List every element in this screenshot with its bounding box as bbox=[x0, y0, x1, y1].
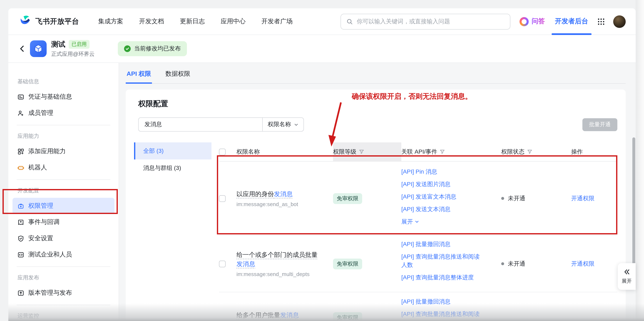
vertical-scrollbar[interactable] bbox=[632, 138, 635, 270]
filter-funnel-icon[interactable] bbox=[359, 149, 364, 154]
nav-link-docs[interactable]: 开发文档 bbox=[139, 18, 164, 26]
divider bbox=[17, 125, 110, 125]
id-card-icon bbox=[18, 94, 24, 100]
category-all[interactable]: 全部 (3) bbox=[134, 142, 212, 160]
sidebar-item-version-release[interactable]: 版本管理与发布 bbox=[8, 285, 119, 301]
row-checkbox[interactable] bbox=[219, 195, 226, 202]
qa-ring-icon bbox=[520, 17, 529, 26]
sidebar-item-credentials[interactable]: 凭证与基础信息 bbox=[8, 89, 119, 105]
col-permission-level: 权限等级 bbox=[333, 148, 356, 156]
robot-icon bbox=[18, 164, 24, 171]
cube-app-icon bbox=[30, 40, 46, 57]
nav-link-dev-plaza[interactable]: 开发者广场 bbox=[262, 18, 293, 26]
status-dot-icon bbox=[501, 197, 504, 200]
filter-funnel-icon[interactable] bbox=[440, 149, 445, 154]
api-link[interactable]: [API] 发送富文本消息 bbox=[401, 192, 484, 201]
toolbar: 发消息 权限名称 批量开通 bbox=[138, 118, 617, 132]
api-link[interactable]: [API] 查询批量消息推送和阅读人数 bbox=[401, 252, 484, 269]
sidebar-item-test-org[interactable]: 测试企业和人员 bbox=[8, 246, 119, 263]
api-link[interactable]: [API] 查询批量消息整体进度 bbox=[401, 273, 484, 282]
user-add-icon bbox=[18, 110, 24, 116]
double-chevron-left-icon bbox=[624, 268, 630, 275]
app-header: 测试 已启用 正式应用@环界云 当前修改均已发布 bbox=[8, 35, 636, 63]
tab-data-permission[interactable]: 数据权限 bbox=[164, 70, 191, 84]
user-avatar[interactable] bbox=[613, 15, 626, 28]
sidebar-section-basic: 基础信息 bbox=[8, 74, 119, 89]
card-title: 权限配置 bbox=[138, 99, 617, 109]
shield-check-icon bbox=[18, 235, 24, 242]
level-badge: 免审权限 bbox=[333, 312, 362, 321]
level-badge: 免审权限 bbox=[333, 258, 362, 269]
card-plus-icon bbox=[18, 219, 24, 226]
expand-panel-button[interactable]: 展开 bbox=[618, 263, 636, 290]
search-placeholder: 你可以输入关键词，或直接输入问题 bbox=[357, 18, 450, 25]
sidebar-item-events[interactable]: 事件与回调 bbox=[8, 214, 119, 230]
col-action: 操作 bbox=[571, 148, 583, 156]
nav-link-changelog[interactable]: 更新日志 bbox=[180, 18, 205, 26]
row-checkbox[interactable] bbox=[219, 260, 226, 267]
sidebar-item-permissions[interactable]: 权限管理 bbox=[12, 198, 114, 214]
apps-grid-icon[interactable] bbox=[598, 18, 605, 25]
permission-name[interactable]: 以应用的身份发消息 bbox=[236, 190, 298, 198]
publish-status-text: 当前修改均已发布 bbox=[134, 45, 181, 52]
sidebar-item-members[interactable]: 成员管理 bbox=[8, 105, 119, 121]
main-nav: 集成方案 开发文档 更新日志 应用中心 开发者广场 bbox=[98, 18, 293, 26]
enable-permission-link[interactable]: 开通权限 bbox=[571, 260, 594, 268]
expand-panel-label: 展开 bbox=[622, 278, 632, 284]
briefcase-lock-icon bbox=[18, 202, 24, 209]
api-link[interactable]: [API] 发送文本消息 bbox=[401, 205, 484, 213]
code-icon bbox=[18, 251, 24, 258]
permission-table: 权限名称 权限等级 关联 API/事件 bbox=[219, 142, 617, 321]
sidebar-item-add-capability[interactable]: 添加应用能力 bbox=[8, 143, 119, 160]
select-all-checkbox[interactable] bbox=[219, 148, 226, 155]
enabled-status-badge: 已启用 bbox=[69, 40, 90, 49]
api-link[interactable]: [API] Pin 消息 bbox=[401, 167, 484, 176]
window-right-margin bbox=[636, 0, 644, 321]
level-badge: 免审权限 bbox=[333, 193, 362, 204]
qa-link[interactable]: 问答 bbox=[520, 17, 545, 26]
permission-name[interactable]: 给多个用户批量发消息 bbox=[236, 310, 299, 320]
sidebar-item-security[interactable]: 安全设置 bbox=[8, 230, 119, 246]
sidebar-item-bot[interactable]: 机器人 bbox=[8, 160, 119, 176]
table-row: 给一个或多个部门的成员批量发消息 im:message:send_multi_d… bbox=[219, 236, 617, 292]
top-navbar: 飞书开放平台 集成方案 开发文档 更新日志 应用中心 开发者广场 你可以输入关键… bbox=[8, 8, 636, 35]
sidebar-section-release: 应用发布 bbox=[8, 270, 119, 285]
nav-link-solutions[interactable]: 集成方案 bbox=[98, 18, 123, 26]
feishu-logo[interactable]: 飞书开放平台 bbox=[19, 14, 79, 28]
sidebar-section-capability: 应用能力 bbox=[8, 129, 119, 143]
table-row: 给多个用户批量发消息 免审权限 [API] 批量撤回消息 [API] 查询批量消… bbox=[219, 292, 617, 321]
chevron-down-icon bbox=[294, 122, 298, 127]
developer-console-link[interactable]: 开发者后台 bbox=[555, 8, 588, 35]
col-permission-name: 权限名称 bbox=[236, 148, 260, 156]
category-message-group[interactable]: 消息与群组 (3) bbox=[134, 160, 212, 176]
qa-label: 问答 bbox=[532, 17, 545, 26]
divider bbox=[17, 266, 110, 267]
permission-config-card: 权限配置 发消息 权限名称 批量开通 bbox=[126, 90, 626, 321]
app-name: 测试 bbox=[51, 40, 65, 49]
enable-permission-link[interactable]: 开通权限 bbox=[571, 195, 594, 202]
global-search-input[interactable]: 你可以输入关键词，或直接输入问题 bbox=[340, 14, 510, 29]
api-link-list: [API] 批量撤回消息 [API] 查询批量消息推送和阅读人数 [API] 查… bbox=[401, 236, 501, 292]
api-link[interactable]: [API] 批量撤回消息 bbox=[401, 240, 484, 248]
permission-search-group: 发消息 权限名称 bbox=[138, 118, 304, 132]
page: 飞书开放平台 集成方案 开发文档 更新日志 应用中心 开发者广场 你可以输入关键… bbox=[8, 8, 636, 321]
expand-api-list-link[interactable]: 展开 bbox=[401, 217, 484, 226]
back-chevron-icon[interactable] bbox=[16, 42, 28, 55]
bulk-enable-button[interactable]: 批量开通 bbox=[582, 118, 617, 131]
search-field-dropdown[interactable]: 权限名称 bbox=[262, 118, 304, 131]
api-link[interactable]: [API] 批量撤回消息 bbox=[401, 297, 484, 306]
tab-api-permission[interactable]: API 权限 bbox=[126, 70, 152, 84]
chevron-down-icon bbox=[414, 219, 419, 224]
divider bbox=[17, 180, 110, 180]
filter-funnel-icon[interactable] bbox=[527, 149, 532, 154]
api-link[interactable]: [API] 发送图片消息 bbox=[401, 180, 484, 188]
check-circle-icon bbox=[124, 46, 131, 52]
status-badge: 未开通 bbox=[501, 260, 525, 268]
nav-link-app-center[interactable]: 应用中心 bbox=[221, 18, 246, 26]
permission-name[interactable]: 给一个或多个部门的成员批量发消息 bbox=[236, 250, 323, 268]
upload-square-icon bbox=[18, 290, 24, 296]
api-link[interactable]: [API] 查询批量消息推送和阅读 bbox=[401, 310, 484, 318]
active-tab-underline bbox=[552, 33, 592, 35]
permission-search-input[interactable]: 发消息 bbox=[138, 118, 262, 131]
feishu-bird-icon bbox=[19, 14, 32, 28]
